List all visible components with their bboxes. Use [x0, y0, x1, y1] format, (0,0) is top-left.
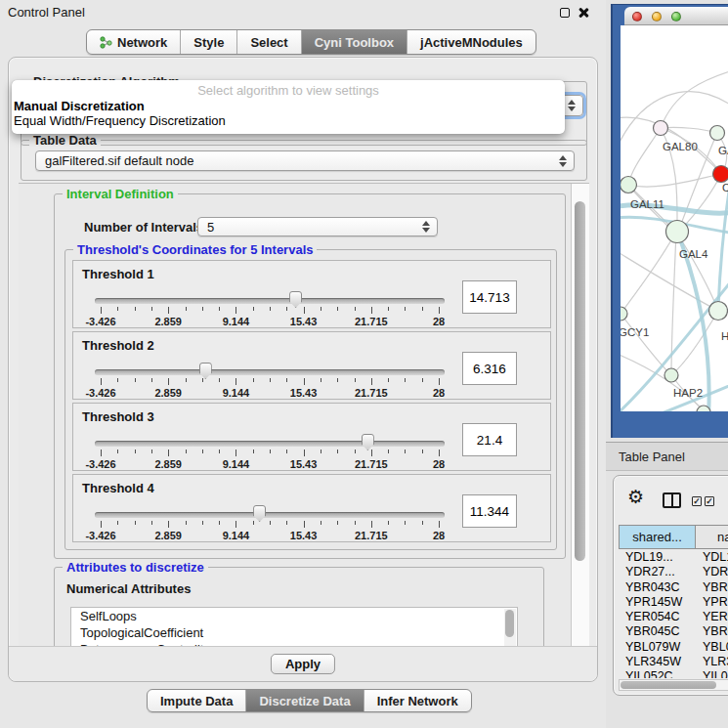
threshold-1-slider-track[interactable] — [95, 298, 445, 304]
table-row[interactable]: YBR043CYBR0 — [619, 580, 728, 595]
split-table-icon[interactable] — [663, 492, 681, 508]
tick-mark — [253, 378, 254, 382]
column-header-name[interactable]: na — [696, 525, 728, 549]
cell-shared-name[interactable]: YPR145W — [625, 595, 682, 609]
threshold-4-slider-thumb[interactable] — [253, 505, 266, 522]
network-node-ga[interactable] — [710, 126, 725, 141]
cell-shared-name[interactable]: YDL19... — [625, 550, 673, 564]
network-edge[interactable] — [621, 232, 676, 314]
threshold-1-value-field[interactable]: 14.713 — [462, 280, 517, 314]
zoom-traffic-light-icon[interactable] — [671, 12, 681, 21]
apply-button[interactable]: Apply — [271, 654, 335, 674]
attributes-list-scrollbar[interactable] — [504, 609, 516, 648]
numerical-attributes-list[interactable]: SelfLoops TopologicalCoefficient Between… — [70, 607, 518, 648]
threshold-2-slider-thumb[interactable] — [199, 363, 212, 379]
table-row[interactable]: YPR145WYPR1 — [619, 595, 728, 610]
table-row[interactable]: YBR045CYBR0 — [619, 624, 728, 639]
tab-jactivemnodules[interactable]: jActiveMNodules — [407, 30, 535, 54]
table-row[interactable]: YDL19...YDL1 — [619, 550, 728, 565]
network-node-hap2[interactable] — [664, 368, 678, 382]
tab-impute-data[interactable]: Impute Data — [148, 690, 246, 711]
checkbox-icon[interactable]: ✓ — [705, 496, 714, 506]
table-row[interactable]: YBL079WYBL0 — [619, 640, 728, 655]
tick-mark — [371, 521, 372, 528]
tab-discretize-data[interactable]: Discretize Data — [246, 690, 364, 711]
threshold-row-1: Threshold 1 -3.4262.8599.14415.4321.7152… — [72, 260, 551, 328]
tab-network[interactable]: Network — [87, 30, 181, 54]
cell-name[interactable]: YBL0 — [703, 640, 728, 654]
network-edge[interactable] — [661, 69, 728, 128]
tab-jactivemnodules-label: jActiveMNodules — [420, 35, 523, 50]
cell-name[interactable]: YPR1 — [703, 595, 728, 609]
tick-mark — [304, 450, 305, 456]
scrollbar-thumb[interactable] — [621, 681, 716, 689]
cell-shared-name[interactable]: YER054C — [625, 610, 680, 623]
threshold-2-label: Threshold 2 — [82, 338, 154, 353]
checkbox-icon[interactable]: ✓ — [692, 496, 702, 506]
column-header-shared[interactable]: shared... — [619, 525, 696, 549]
list-item[interactable]: SelfLoops — [71, 608, 517, 624]
tick-label: 2.859 — [154, 316, 182, 327]
tick-mark — [405, 450, 406, 453]
threshold-4-value-field[interactable]: 11.344 — [462, 494, 517, 528]
dropdown-option-equal-width-frequency[interactable]: Equal Width/Frequency Discretization — [14, 113, 226, 128]
cell-name[interactable]: YBR0 — [703, 580, 728, 594]
table-row[interactable]: YER054CYER0 — [619, 610, 728, 624]
settings-vertical-scrollbar[interactable] — [571, 184, 589, 648]
cell-name[interactable]: YIL0 — [703, 669, 728, 678]
network-node-c[interactable] — [713, 166, 728, 183]
float-window-icon[interactable] — [560, 8, 570, 18]
tab-style[interactable]: Style — [181, 30, 237, 54]
tick-mark — [219, 450, 220, 453]
table-data-combo[interactable]: galFiltered.sif default node — [35, 150, 575, 171]
tick-mark — [439, 521, 440, 528]
scrollbar-thumb[interactable] — [505, 610, 514, 637]
cell-name[interactable]: YDL1 — [703, 550, 728, 564]
close-icon[interactable] — [578, 7, 589, 19]
network-node-gal11[interactable] — [621, 177, 637, 193]
tick-mark — [422, 450, 423, 453]
network-window-titlebar[interactable] — [624, 7, 728, 25]
cell-name[interactable]: YER0 — [703, 610, 728, 623]
table-row[interactable]: YLR345WYLR3 — [619, 655, 728, 669]
tick-mark — [321, 378, 321, 382]
threshold-2-slider-track[interactable] — [95, 369, 445, 375]
network-node-gal80[interactable] — [654, 121, 668, 136]
cell-shared-name[interactable]: YIL052C — [625, 669, 673, 678]
tick-mark — [355, 307, 356, 311]
network-edge[interactable] — [628, 128, 661, 185]
gear-icon[interactable]: ⚙ — [627, 488, 644, 506]
scrollbar-thumb[interactable] — [575, 201, 585, 561]
minimize-traffic-light-icon[interactable] — [652, 12, 662, 21]
tab-cyni-toolbox[interactable]: Cyni Toolbox — [302, 30, 407, 54]
table-row[interactable]: YDR27...YDR2 — [619, 565, 728, 579]
cell-name[interactable]: YLR3 — [703, 655, 728, 668]
cell-shared-name[interactable]: YBL079W — [625, 640, 680, 654]
cell-name[interactable]: YBR0 — [703, 624, 728, 638]
tab-infer-network[interactable]: Infer Network — [364, 690, 471, 711]
cell-name[interactable]: YDR2 — [703, 565, 728, 578]
table-horizontal-scrollbar[interactable] — [619, 679, 728, 691]
network-node-gal4[interactable] — [666, 221, 689, 243]
threshold-2-value-field[interactable]: 6.316 — [462, 352, 517, 385]
cell-shared-name[interactable]: YLR345W — [625, 655, 681, 668]
table-row[interactable]: YIL052CYIL0 — [619, 669, 728, 678]
tick-mark — [422, 307, 423, 311]
threshold-4-slider-track[interactable] — [95, 512, 445, 518]
cell-shared-name[interactable]: YBR043C — [625, 580, 680, 594]
num-intervals-combo[interactable]: 5 — [197, 217, 438, 236]
network-node-gcy1[interactable] — [621, 307, 627, 321]
network-edge[interactable] — [672, 311, 718, 374]
network-canvas[interactable]: GAL80GACGAL11GAL4GCY1HHAP2 — [621, 25, 728, 411]
dropdown-option-manual-discretization[interactable]: Manual Discretization — [14, 99, 145, 113]
threshold-3-slider-thumb[interactable] — [362, 434, 374, 450]
threshold-3-value-field[interactable]: 21.4 — [462, 423, 517, 456]
network-node-h[interactable] — [709, 302, 728, 321]
cell-shared-name[interactable]: YDR27... — [625, 565, 675, 578]
cell-shared-name[interactable]: YBR045C — [625, 624, 680, 638]
threshold-3-slider-track[interactable] — [95, 441, 445, 447]
threshold-1-slider-thumb[interactable] — [289, 291, 302, 308]
tab-select[interactable]: Select — [237, 30, 301, 54]
close-traffic-light-icon[interactable] — [632, 12, 642, 21]
list-item[interactable]: TopologicalCoefficient — [71, 624, 517, 641]
